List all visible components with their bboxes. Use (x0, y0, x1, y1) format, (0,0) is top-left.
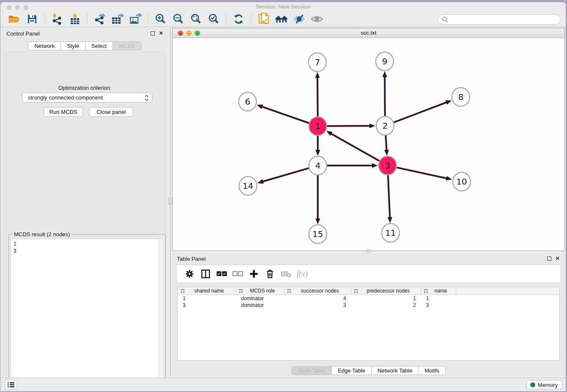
maximize-window-button[interactable] (24, 5, 28, 10)
table-cell[interactable]: 3 (178, 302, 236, 309)
column-header-shared-name[interactable]: shared name (178, 287, 236, 295)
graph-edge-1-6[interactable] (261, 107, 309, 123)
network-bottom-grip[interactable] (366, 249, 370, 252)
table-cell[interactable]: 2 (351, 302, 421, 309)
zoom-out-icon[interactable] (172, 13, 184, 25)
node-table: shared nameMCDS rolesuccessor nodesprede… (177, 287, 560, 361)
zoom-fit-icon[interactable] (190, 13, 202, 25)
column-label: successor nodes (293, 288, 351, 294)
graph-edge-1-2[interactable] (327, 126, 370, 126)
toolbar-separator (148, 14, 148, 25)
memory-status-icon (530, 382, 535, 387)
edge-arrowhead (446, 176, 452, 181)
toolbar-separator (226, 14, 226, 25)
zoom-in-icon[interactable] (154, 13, 167, 25)
network-window-title: scc.txt (173, 28, 564, 38)
edge-arrowhead (445, 100, 451, 105)
tab-style[interactable]: Style (61, 41, 85, 50)
graph-edge-2-8[interactable] (394, 102, 447, 122)
show-details-eye-icon[interactable] (311, 13, 323, 25)
delete-column-trash-icon[interactable] (264, 268, 276, 280)
close-panel-button[interactable]: Close panel (89, 107, 133, 117)
result-scrollbar[interactable] (159, 239, 163, 391)
refresh-icon[interactable] (232, 13, 245, 25)
table-row[interactable]: 3dominator323 (178, 302, 559, 309)
column-header-predecessor-nodes[interactable]: predecessor nodes (351, 287, 421, 295)
graph-node-label: 7 (315, 57, 320, 67)
memory-button[interactable]: Memory (526, 380, 562, 389)
select-all-columns-icon[interactable] (215, 268, 228, 280)
tab-edge-table[interactable]: Edge Table (332, 366, 372, 375)
network-canvas[interactable]: 7968124314101511 (173, 38, 564, 251)
open-session-icon[interactable] (8, 13, 21, 25)
tab-network[interactable]: Network (28, 41, 61, 50)
graph-edge-4-14[interactable] (262, 168, 309, 182)
criterion-dropdown[interactable]: strongly connected component (22, 93, 152, 102)
deselect-all-columns-icon[interactable] (231, 268, 244, 280)
column-label: predecessor nodes (360, 288, 421, 294)
column-header-name[interactable]: name (421, 287, 456, 295)
split-columns-icon[interactable] (199, 268, 212, 280)
export-table-icon[interactable] (111, 13, 124, 25)
close-window-button[interactable] (7, 5, 11, 10)
import-network-icon[interactable] (51, 13, 63, 25)
graph-node-label: 4 (315, 160, 321, 171)
tab-network-table[interactable]: Network Table (372, 366, 418, 375)
tab-select[interactable]: Select (85, 41, 113, 50)
add-column-icon[interactable] (248, 268, 260, 280)
table-cell[interactable]: 3 (284, 302, 351, 309)
close-network-button[interactable]: × (178, 30, 183, 36)
tab-motifs[interactable]: Motifs (418, 366, 446, 375)
task-history-button[interactable] (5, 380, 17, 390)
graph-edge-3-1[interactable] (330, 133, 379, 161)
import-table-icon[interactable] (69, 13, 81, 25)
column-header-MCDS-role[interactable]: MCDS role (236, 287, 284, 295)
splitter-grip[interactable] (168, 198, 172, 204)
edge-arrowhead (372, 163, 378, 168)
minimize-window-button[interactable] (15, 5, 20, 10)
mcds-result-area[interactable]: 1 3 (11, 239, 164, 391)
export-image-icon[interactable] (129, 13, 142, 25)
graph-node-label: 1 (315, 121, 321, 131)
table-cell[interactable]: 4 (284, 295, 351, 302)
search-input[interactable] (449, 15, 560, 24)
graph-edge-2-3[interactable] (385, 135, 386, 151)
close-panel-icon[interactable]: × (159, 29, 163, 37)
zoom-selected-icon[interactable] (207, 13, 220, 25)
minimize-network-button[interactable]: − (186, 30, 192, 36)
close-table-panel-icon[interactable]: × (556, 254, 559, 262)
column-header-successor-nodes[interactable]: successor nodes (284, 287, 351, 295)
hide-details-eye-icon[interactable] (293, 13, 306, 25)
float-table-panel-icon[interactable] (547, 257, 551, 261)
edge-arrowhead (369, 124, 375, 128)
table-cell[interactable]: 3 (421, 302, 456, 309)
duplicate-network-icon[interactable] (257, 13, 270, 25)
run-mcds-button[interactable]: Run MCDS (44, 107, 83, 117)
graph-edge-1-7[interactable] (317, 77, 318, 117)
graph-edge-3-11[interactable] (388, 175, 390, 218)
mcds-result-legend: MCDS result (2 nodes) (13, 231, 71, 237)
dropdown-stepper-icon (144, 94, 149, 103)
status-bar: Memory (0, 378, 566, 391)
table-cell[interactable]: dominator (236, 302, 284, 309)
save-session-icon[interactable] (26, 13, 39, 25)
home-icon[interactable] (275, 13, 288, 25)
table-cell[interactable]: 1 (351, 295, 421, 302)
titlebar: Session: New Session (0, 2, 566, 11)
table-cell[interactable]: 1 (178, 295, 236, 302)
edge-arrowhead (326, 131, 333, 136)
network-window-titlebar: × − + scc.txt (173, 28, 564, 38)
export-network-icon[interactable] (94, 13, 106, 25)
tab-node-table[interactable]: Node Table (292, 366, 332, 375)
tab-mcds[interactable]: MCDS (113, 41, 141, 50)
zoom-network-button[interactable]: + (195, 30, 200, 36)
table-settings-gear-icon[interactable] (183, 268, 196, 280)
float-panel-icon[interactable] (151, 31, 155, 36)
graph-edge-3-10[interactable] (396, 168, 447, 179)
window-title: Session: New Session (0, 2, 566, 11)
network-graph[interactable]: 7968124314101511 (173, 38, 564, 251)
table-row[interactable]: 1dominator411 (178, 295, 559, 302)
table-cell[interactable]: dominator (236, 295, 284, 302)
table-cell[interactable]: 1 (421, 295, 456, 302)
graph-edge-2-9[interactable] (385, 76, 385, 116)
